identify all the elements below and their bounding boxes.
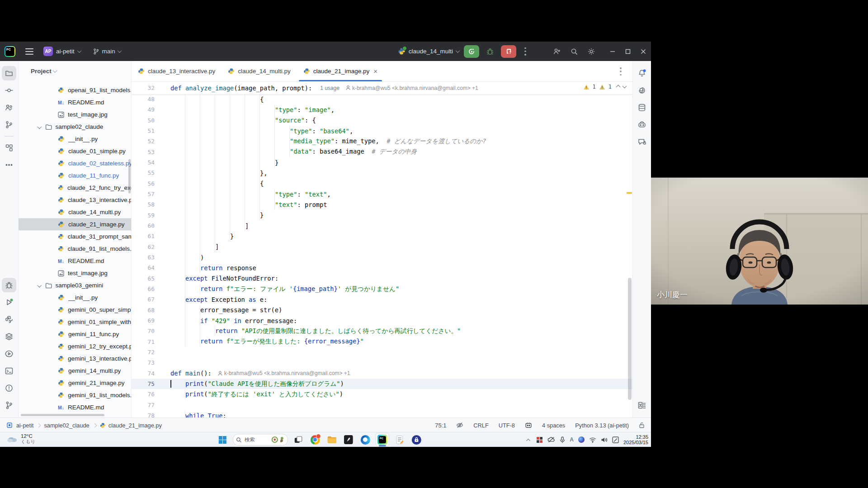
tree-item[interactable]: M↓README.md [19,401,131,413]
line-separator[interactable]: CRLF [473,422,488,429]
tree-item[interactable]: gemini_12_try_except.py [19,340,131,352]
tab-claude_14_multi.py[interactable]: claude_14_multi.py [222,61,297,81]
tree-item[interactable]: gemini_00_super_simple [19,304,131,316]
tree-item[interactable]: claude_14_multi.py [19,206,131,218]
project-widget[interactable]: AP ai-petit [43,47,81,56]
excel-export-icon[interactable] [635,398,649,413]
taskbar-app-pycharm-icon[interactable]: PC [376,433,389,446]
taskbar-app-notepad-icon[interactable] [393,433,406,446]
tray-ime-a-icon[interactable]: A [570,436,574,443]
git-branch-icon[interactable] [2,398,16,413]
taskbar-clock[interactable]: 12:35 2025/03/15 [623,434,648,445]
tree-item[interactable]: claude_21_image.py [19,218,131,230]
close-button[interactable] [636,42,651,61]
terminal-icon[interactable] [2,364,16,378]
tree-item[interactable]: test_image.jpg [19,108,131,121]
file-encoding[interactable]: UTF-8 [499,422,515,429]
taskbar-app-chrome-icon[interactable] [309,433,321,446]
unlock-icon[interactable] [639,422,645,428]
tree-item[interactable]: gemini_11_func.py [19,328,131,340]
tray-copilot-sphere-icon[interactable] [578,436,585,443]
python-console-icon[interactable] [2,312,16,327]
tree-item[interactable]: claude_91_list_models.py [19,243,131,255]
pycharm-logo-icon[interactable]: PC [5,46,15,57]
tree-item[interactable]: claude_01_simple.py [19,145,131,157]
tray-ime-pad-icon[interactable] [612,436,619,443]
windows-start-button[interactable] [216,433,229,446]
taskbar-weather-widget[interactable]: 12°C くもり [6,433,35,444]
taskbar-app-password-app-icon[interactable] [410,433,423,446]
inspections-widget[interactable]: 1 1 [583,84,626,90]
minimize-button[interactable] [605,42,620,61]
problems-icon[interactable] [2,381,16,395]
tree-item[interactable]: gemini_13_interactive.py [19,352,131,365]
tree-item[interactable]: claude_11_func.py [19,169,131,182]
taskbar-app-dark-app-icon[interactable] [342,433,355,446]
editor-area[interactable]: claude_13_interactive.pyclaude_14_multi.… [132,61,632,418]
run-icon[interactable] [2,295,16,310]
breadcrumb-file[interactable]: claude_21_image.py [100,422,162,429]
tree-item[interactable]: M↓README.md [19,96,131,108]
python-interpreter[interactable]: Python 3.13 (ai-petit) [575,422,629,429]
tree-item[interactable]: gemini_21_image.py [19,377,131,389]
breadcrumb-folder[interactable]: sample02_claude [44,422,89,429]
services-icon[interactable] [2,329,16,344]
structure-icon[interactable] [2,141,16,155]
collaboration-icon[interactable] [2,100,16,115]
tree-item[interactable]: claude_31_prompt_samp [19,230,131,243]
run-anything-icon[interactable] [2,347,16,361]
tree-expand-icon[interactable] [38,125,42,129]
tree-item[interactable]: sample03_gemini [19,279,131,291]
usages-hint[interactable]: 1 usage [320,85,340,91]
more-icon[interactable] [2,158,16,172]
maximize-button[interactable] [620,42,636,61]
run-configuration-selector[interactable]: claude_14_multi [398,47,459,55]
tree-vertical-scrollbar[interactable] [128,159,131,193]
tree-item[interactable]: claude_12_func_try_excep [19,182,131,194]
taskbar-app-task-view-icon[interactable] [292,433,305,446]
more-actions-icon[interactable] [524,47,526,56]
main-menu-icon[interactable] [25,48,33,55]
stop-button[interactable]: 7 [501,45,516,58]
commit-icon[interactable] [2,83,16,98]
editor-scrollbar[interactable] [628,278,632,400]
tray-app-grid-icon[interactable] [536,436,543,443]
indent-style[interactable]: 4 spaces [542,422,565,429]
tree-horizontal-scrollbar[interactable] [21,414,104,416]
tab-claude_21_image.py[interactable]: claude_21_image.py× [297,61,384,81]
tab-options-icon[interactable] [620,67,622,75]
tree-item[interactable]: M↓README.md [19,255,131,267]
tab-claude_13_interactive.py[interactable]: claude_13_interactive.py [132,61,222,81]
branch-widget[interactable]: main [93,48,121,55]
project-panel-header[interactable]: Project [19,61,131,81]
database-icon[interactable] [635,100,649,115]
tray-onedrive-off-icon[interactable] [547,436,555,443]
ai-assistant-icon[interactable] [635,83,649,98]
tray-volume-icon[interactable] [601,437,608,443]
tree-item[interactable]: __init__.py [19,291,131,304]
tree-item[interactable]: gemini_91_list_models.p [19,389,131,401]
search-everywhere-icon[interactable] [568,45,580,58]
debug-button[interactable] [484,45,496,58]
taskbar-search-box[interactable]: 検索 [233,434,288,446]
tree-expand-icon[interactable] [38,283,42,287]
close-tab-icon[interactable]: × [373,67,377,75]
tree-item[interactable]: gemini_14_multi.py [19,365,131,377]
ai-assistant-status-icon[interactable] [525,422,532,428]
ai-chat-icon[interactable] [635,135,649,149]
taskbar-app-browser-2-icon[interactable] [359,433,372,446]
author-annotation[interactable]: k-brahma@wu5 <k.brahma.nirvana@gmail.com… [218,370,350,376]
settings-gear-icon[interactable] [585,45,598,58]
tree-item[interactable]: gemini_01_simple_with_s [19,316,131,328]
taskbar-app-explorer-icon[interactable] [326,433,338,446]
vcs-graph-icon[interactable] [2,117,16,132]
notifications-icon[interactable] [635,66,649,80]
tree-item[interactable]: claude_02_stateless.py [19,157,131,169]
debug-icon[interactable] [2,278,16,292]
breadcrumb-project[interactable]: ai-petit [16,422,33,429]
tray-wifi-icon[interactable] [589,437,596,443]
tray-microphone-icon[interactable] [560,436,565,443]
copilot-icon[interactable] [635,117,649,132]
project-folder-icon[interactable] [2,66,16,80]
author-annotation[interactable]: k-brahma@wu5 <k.brahma.nirvana@gmail.com… [346,85,478,91]
